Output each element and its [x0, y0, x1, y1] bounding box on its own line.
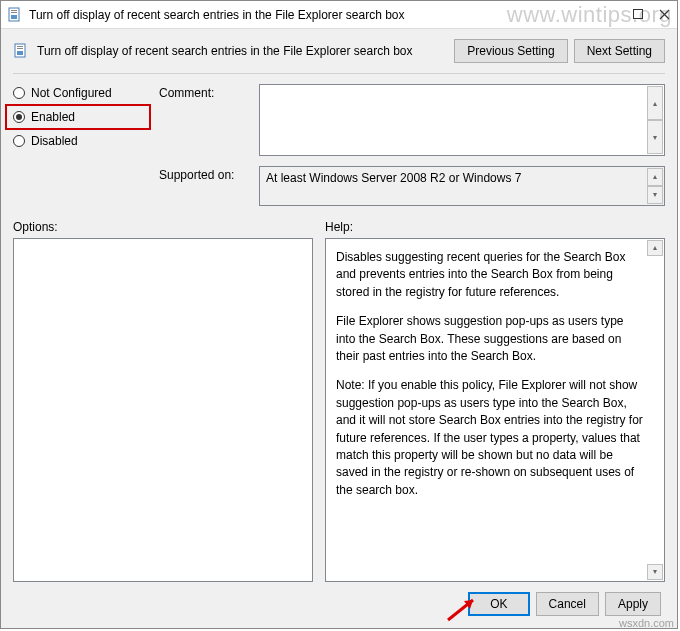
comment-textarea[interactable]: ▴ ▾ — [259, 84, 665, 156]
svg-rect-1 — [11, 15, 17, 19]
radio-enabled[interactable]: Enabled — [5, 104, 151, 130]
svg-rect-7 — [15, 44, 25, 57]
policy-icon — [7, 7, 23, 23]
svg-rect-8 — [17, 51, 23, 55]
fields-col: Comment: ▴ ▾ Supported on: At least Wind… — [159, 84, 665, 206]
ok-button[interactable]: OK — [468, 592, 529, 616]
svg-rect-4 — [633, 10, 642, 19]
svg-rect-0 — [9, 8, 19, 21]
dialog-content: Turn off display of recent search entrie… — [1, 29, 677, 628]
scroll-up-icon[interactable]: ▴ — [647, 86, 663, 120]
supported-label: Supported on: — [159, 166, 249, 206]
apply-button[interactable]: Apply — [605, 592, 661, 616]
options-box — [13, 238, 313, 582]
supported-field: At least Windows Server 2008 R2 or Windo… — [259, 166, 665, 206]
nav-buttons: Previous Setting Next Setting — [454, 39, 665, 63]
scroll-down-icon[interactable]: ▾ — [647, 120, 663, 154]
footer-buttons: OK Cancel Apply — [13, 582, 665, 620]
radio-group: Not Configured Enabled Disabled — [13, 84, 143, 206]
options-label: Options: — [13, 220, 313, 234]
gpo-dialog: Turn off display of recent search entrie… — [0, 0, 678, 629]
divider — [13, 73, 665, 74]
comment-row: Comment: ▴ ▾ — [159, 84, 665, 156]
titlebar-controls — [631, 8, 671, 22]
panes: Options: Help: ▴ Disables suggesting rec… — [13, 220, 665, 582]
titlebar: Turn off display of recent search entrie… — [1, 1, 677, 29]
svg-rect-10 — [17, 48, 23, 49]
comment-label: Comment: — [159, 84, 249, 156]
scroll-up-icon[interactable]: ▴ — [647, 168, 663, 186]
header-row: Turn off display of recent search entrie… — [13, 39, 665, 63]
supported-value: At least Windows Server 2008 R2 or Windo… — [266, 171, 521, 185]
svg-rect-2 — [11, 10, 17, 11]
policy-icon — [13, 43, 29, 59]
svg-rect-3 — [11, 12, 17, 13]
next-setting-button[interactable]: Next Setting — [574, 39, 665, 63]
svg-rect-9 — [17, 46, 23, 47]
help-pane-col: Help: ▴ Disables suggesting recent queri… — [325, 220, 665, 582]
radio-disabled[interactable]: Disabled — [13, 134, 143, 148]
radio-label: Not Configured — [31, 86, 112, 100]
cancel-button[interactable]: Cancel — [536, 592, 599, 616]
policy-title: Turn off display of recent search entrie… — [37, 44, 446, 58]
radio-not-configured[interactable]: Not Configured — [13, 86, 143, 100]
scroll-up-icon[interactable]: ▴ — [647, 240, 663, 256]
radio-label: Disabled — [31, 134, 78, 148]
spin-buttons: ▴ ▾ — [647, 86, 663, 154]
close-button[interactable] — [657, 8, 671, 22]
help-paragraph: Note: If you enable this policy, File Ex… — [336, 377, 646, 499]
radio-label: Enabled — [31, 110, 75, 124]
radio-icon — [13, 111, 25, 123]
supported-row: Supported on: At least Windows Server 20… — [159, 166, 665, 206]
maximize-button[interactable] — [631, 8, 645, 22]
help-paragraph: Disables suggesting recent queries for t… — [336, 249, 646, 301]
config-row: Not Configured Enabled Disabled Comment: — [13, 84, 665, 206]
help-label: Help: — [325, 220, 665, 234]
help-paragraph: File Explorer shows suggestion pop-ups a… — [336, 313, 646, 365]
help-box: ▴ Disables suggesting recent queries for… — [325, 238, 665, 582]
scroll-down-icon[interactable]: ▾ — [647, 564, 663, 580]
window-title: Turn off display of recent search entrie… — [29, 8, 631, 22]
options-pane-col: Options: — [13, 220, 313, 582]
spin-buttons: ▴ ▾ — [647, 168, 663, 204]
radio-icon — [13, 87, 25, 99]
previous-setting-button[interactable]: Previous Setting — [454, 39, 567, 63]
radio-icon — [13, 135, 25, 147]
scroll-down-icon[interactable]: ▾ — [647, 186, 663, 204]
help-text: Disables suggesting recent queries for t… — [336, 249, 646, 499]
